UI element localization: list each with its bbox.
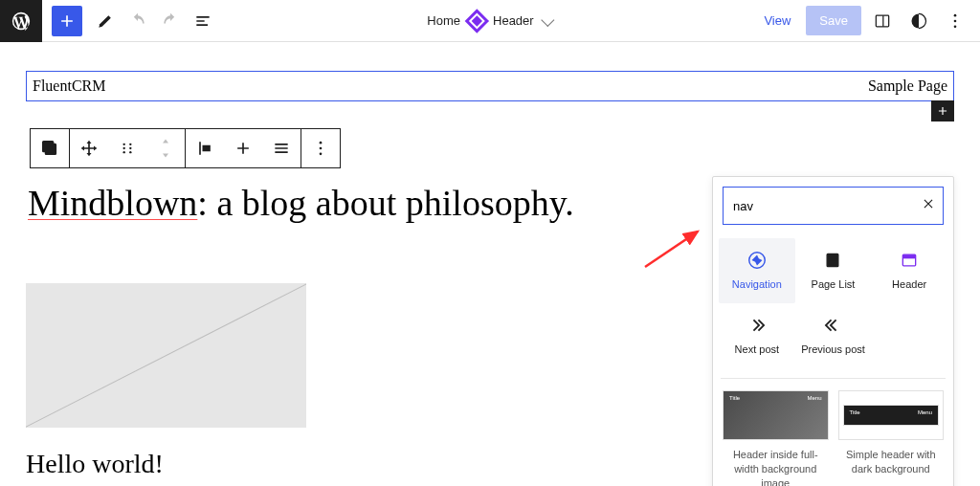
navigation-block-selected[interactable]: FluentCRM Sample Page [26, 71, 954, 101]
editor-top-toolbar: Home Header View Save [0, 0, 980, 42]
move-up-icon[interactable] [157, 135, 174, 148]
block-label: Page List [812, 278, 856, 290]
svg-point-8 [123, 147, 125, 149]
pattern-preview: TitleMenu [838, 390, 945, 440]
pattern-dark-header[interactable]: TitleMenu Simple header with dark backgr… [838, 390, 945, 486]
pattern-label: Header inside full-width background imag… [723, 448, 829, 486]
page-list-icon [822, 250, 843, 271]
editor-canvas: FluentCRM Sample Page Mindblown: a blog … [0, 42, 980, 479]
svg-point-13 [320, 142, 323, 144]
redo-icon[interactable] [157, 8, 184, 34]
nav-link-left[interactable]: FluentCRM [33, 77, 105, 95]
header-icon [899, 250, 920, 271]
svg-point-14 [320, 147, 323, 150]
block-toolbar [30, 128, 954, 168]
svg-rect-0 [876, 15, 888, 27]
image-placeholder[interactable] [26, 283, 306, 428]
block-item-previous-post[interactable]: Previous post [795, 303, 872, 368]
svg-point-15 [320, 153, 323, 156]
pattern-preview: TitleMenu [723, 390, 829, 440]
block-item-next-post[interactable]: Next post [719, 303, 795, 368]
block-movers[interactable] [146, 129, 185, 167]
chevron-down-icon [542, 12, 555, 26]
styles-icon[interactable] [903, 6, 934, 36]
drag-handle-icon[interactable] [70, 129, 108, 167]
block-item-page-list[interactable]: Page List [795, 238, 872, 303]
clear-search-icon[interactable] [922, 197, 935, 214]
document-overview-icon[interactable] [189, 8, 216, 34]
svg-point-2 [954, 13, 957, 16]
block-inserter-popover: Navigation Page List Header Next post Pr… [712, 176, 954, 486]
search-input[interactable] [731, 198, 922, 214]
annotation-arrow [640, 224, 707, 272]
toolbar-right-group: View Save [754, 6, 980, 36]
block-label: Next post [735, 343, 779, 355]
previous-post-icon [822, 315, 843, 336]
inserter-patterns: TitleMenu Header inside full-width backg… [713, 379, 953, 486]
align-icon[interactable] [186, 129, 224, 167]
pattern-fullwidth-header[interactable]: TitleMenu Header inside full-width backg… [723, 390, 829, 486]
document-breadcrumb[interactable]: Home Header [427, 12, 552, 30]
append-block-button[interactable] [931, 100, 954, 122]
svg-point-12 [129, 151, 131, 153]
block-label: Navigation [732, 278, 782, 290]
svg-point-7 [123, 144, 125, 145]
svg-point-9 [123, 151, 125, 153]
template-part-icon [464, 9, 488, 33]
heading-rest: : a blog about philosophy. [197, 183, 573, 223]
svg-rect-22 [902, 254, 915, 258]
undo-icon[interactable] [124, 8, 151, 34]
breadcrumb-template-part: Header [493, 13, 534, 28]
drag-grip-icon[interactable] [108, 129, 146, 167]
block-item-navigation[interactable]: Navigation [719, 238, 795, 303]
svg-line-23 [645, 232, 698, 267]
add-block-button[interactable] [52, 6, 82, 36]
heading-underlined: Mindblown [28, 183, 197, 223]
block-more-options-icon[interactable] [301, 129, 340, 167]
sidebar-toggle-icon[interactable] [867, 6, 898, 36]
edit-tool-icon[interactable] [92, 8, 119, 34]
pattern-label: Simple header with dark background [838, 448, 945, 476]
block-item-header[interactable]: Header [871, 238, 947, 303]
navigation-icon [746, 250, 768, 271]
block-label: Previous post [801, 343, 865, 355]
overlay-menu-icon[interactable] [262, 129, 301, 167]
nav-link-right[interactable]: Sample Page [868, 77, 947, 95]
add-item-icon[interactable] [224, 129, 262, 167]
view-link[interactable]: View [754, 8, 800, 33]
svg-point-3 [954, 19, 957, 22]
next-post-icon [746, 315, 768, 336]
wordpress-logo-icon[interactable] [0, 0, 42, 42]
svg-point-10 [129, 144, 131, 145]
svg-rect-6 [43, 142, 54, 152]
inserter-block-grid: Navigation Page List Header Next post Pr… [713, 234, 953, 378]
save-button[interactable]: Save [806, 6, 861, 35]
move-down-icon[interactable] [157, 148, 174, 162]
more-options-icon[interactable] [940, 6, 970, 36]
breadcrumb-page: Home [427, 13, 460, 28]
block-label: Header [892, 278, 926, 290]
block-type-icon[interactable] [31, 129, 69, 167]
svg-point-4 [954, 25, 957, 28]
svg-point-11 [129, 147, 131, 149]
toolbar-left-group [92, 8, 216, 34]
inserter-search-field[interactable] [723, 187, 944, 225]
